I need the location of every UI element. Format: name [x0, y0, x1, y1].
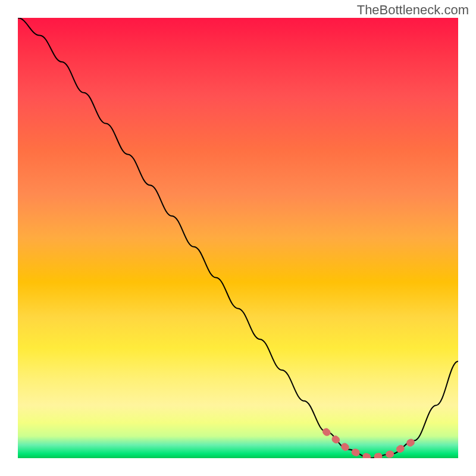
chart-area — [18, 18, 458, 458]
watermark-text: TheBottleneck.com — [357, 2, 469, 18]
optimal-highlight — [18, 18, 458, 458]
